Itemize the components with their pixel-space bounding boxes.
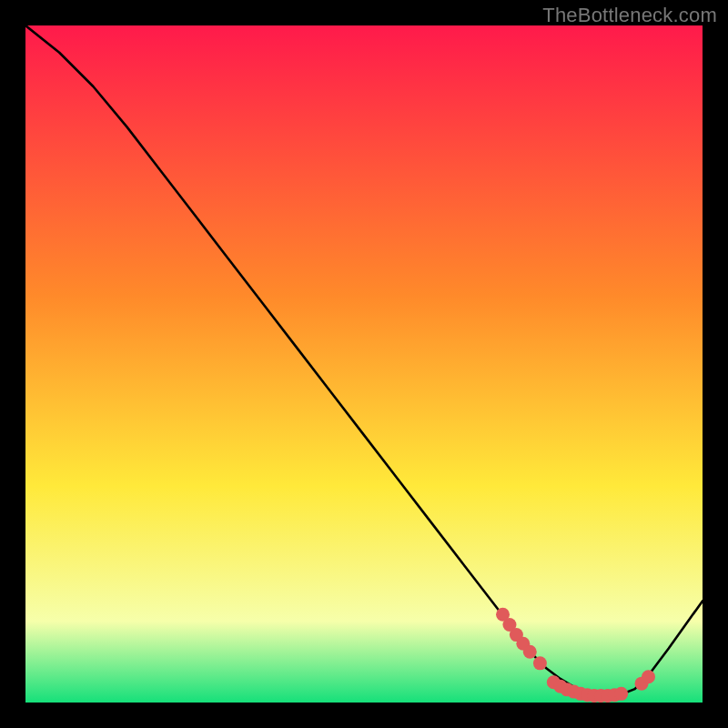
data-marker — [533, 656, 547, 670]
chart-svg — [25, 25, 703, 703]
plot-area — [25, 25, 703, 703]
data-marker — [523, 645, 537, 659]
watermark-text: TheBottleneck.com — [542, 4, 717, 27]
chart-frame: TheBottleneck.com — [0, 0, 728, 728]
data-marker — [614, 687, 628, 701]
data-marker — [642, 670, 655, 683]
